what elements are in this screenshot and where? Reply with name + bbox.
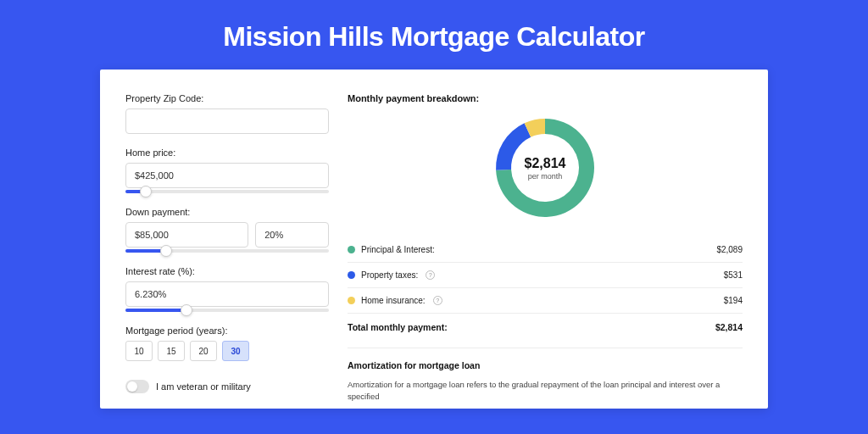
legend-row: Property taxes:?$531: [348, 263, 743, 287]
home-price-input[interactable]: [125, 163, 329, 188]
interest-slider-thumb[interactable]: [181, 304, 192, 316]
home-price-slider-thumb[interactable]: [140, 186, 152, 198]
calculator-panel: Property Zip Code: Home price: Down paym…: [100, 70, 768, 409]
interest-slider-fill: [125, 309, 186, 312]
legend-label: Principal & Interest:: [361, 245, 435, 254]
breakdown-title: Monthly payment breakdown:: [348, 93, 743, 103]
interest-slider[interactable]: [125, 309, 329, 312]
interest-label: Interest rate (%):: [125, 266, 329, 276]
total-value: $2,814: [715, 322, 743, 332]
amortization-block: Amortization for mortgage loan Amortizat…: [348, 348, 743, 403]
legend-left: Home insurance:?: [348, 296, 442, 305]
home-price-label: Home price:: [125, 147, 329, 158]
down-payment-input[interactable]: [125, 222, 248, 248]
legend-label: Home insurance:: [361, 296, 426, 305]
period-button-20[interactable]: 20: [190, 341, 217, 361]
interest-input[interactable]: [125, 281, 329, 307]
breakdown-column: Monthly payment breakdown: $2,814 per mo…: [348, 93, 743, 409]
period-button-30[interactable]: 30: [222, 341, 249, 361]
period-button-15[interactable]: 15: [158, 341, 185, 361]
donut-center: $2,814 per month: [508, 156, 582, 181]
home-price-field-group: Home price:: [125, 147, 329, 193]
period-buttons: 10152030: [125, 341, 329, 361]
down-payment-slider[interactable]: [125, 249, 329, 253]
down-payment-slider-thumb[interactable]: [160, 245, 172, 257]
legend-value: $2,089: [716, 245, 743, 254]
info-icon[interactable]: ?: [426, 270, 435, 280]
legend-value: $531: [724, 270, 743, 280]
legend-dot-icon: [348, 271, 355, 279]
veteran-row: I am veteran or military: [125, 380, 329, 393]
zip-label: Property Zip Code:: [125, 93, 329, 103]
amortization-title: Amortization for mortgage loan: [348, 360, 743, 370]
legend-dot-icon: [348, 297, 355, 304]
period-label: Mortgage period (years):: [125, 326, 329, 336]
legend-row: Principal & Interest:$2,089: [348, 237, 743, 262]
donut-sub: per month: [508, 172, 582, 181]
legend-left: Property taxes:?: [348, 270, 435, 280]
legend-area: Principal & Interest:$2,089Property taxe…: [348, 237, 743, 314]
donut-chart-wrap: $2,814 per month: [348, 114, 743, 222]
home-price-slider[interactable]: [125, 190, 329, 193]
period-field-group: Mortgage period (years): 10152030: [125, 326, 329, 361]
interest-field-group: Interest rate (%):: [125, 266, 329, 312]
veteran-toggle[interactable]: [125, 380, 149, 393]
period-button-10[interactable]: 10: [125, 341, 153, 361]
legend-label: Property taxes:: [361, 270, 418, 280]
down-payment-pct-input[interactable]: [255, 222, 329, 248]
legend-left: Principal & Interest:: [348, 245, 435, 254]
total-label: Total monthly payment:: [348, 322, 448, 332]
info-icon[interactable]: ?: [433, 296, 442, 305]
page-title: Mission Hills Mortgage Calculator: [0, 0, 868, 70]
donut-amount: $2,814: [508, 156, 582, 171]
amortization-text: Amortization for a mortgage loan refers …: [348, 379, 743, 403]
zip-input[interactable]: [125, 108, 329, 134]
down-payment-label: Down payment:: [125, 207, 329, 217]
inputs-column: Property Zip Code: Home price: Down paym…: [125, 93, 329, 409]
down-payment-field-group: Down payment:: [125, 207, 329, 253]
veteran-label: I am veteran or military: [156, 381, 251, 392]
total-row: Total monthly payment: $2,814: [348, 314, 743, 344]
legend-dot-icon: [348, 246, 355, 253]
donut-chart: $2,814 per month: [491, 114, 599, 222]
legend-row: Home insurance:?$194: [348, 288, 743, 313]
zip-field-group: Property Zip Code:: [125, 93, 329, 134]
legend-value: $194: [724, 296, 743, 305]
